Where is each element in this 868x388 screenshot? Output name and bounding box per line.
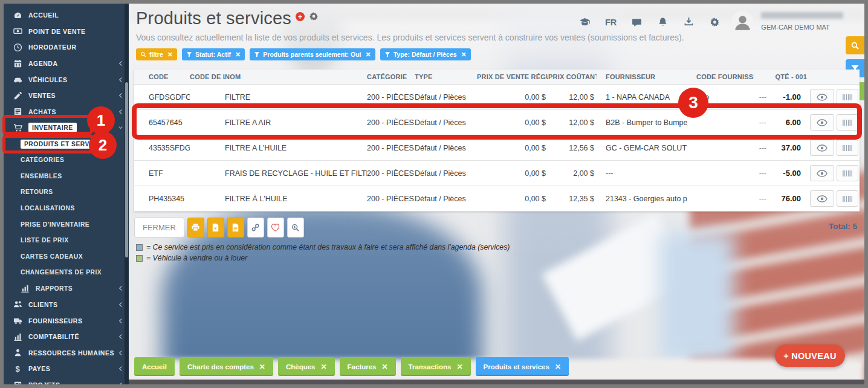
remove-filter-icon[interactable]: ✕: [461, 51, 467, 59]
sidebar-item-fournisseurs[interactable]: FOURNISSEURS: [4, 312, 129, 329]
cell-qty: 37.00: [772, 143, 809, 152]
filter-chip-statut-actif[interactable]: Statut: Actif✕: [182, 48, 245, 60]
sidebar-item-produits-et-services[interactable]: PRODUITS ET SERVICES: [4, 136, 129, 152]
barcode-button[interactable]: [837, 165, 858, 181]
close-button[interactable]: FERMER: [134, 218, 184, 238]
sidebar-item-rapports[interactable]: RAPPORTS: [4, 280, 129, 297]
sidebar-item-point-de-vente[interactable]: POINT DE VENTE: [4, 24, 129, 40]
export-pdf-button[interactable]: [227, 218, 244, 238]
export-excel-button[interactable]: x: [207, 218, 224, 238]
barcode-button[interactable]: [837, 89, 858, 105]
sidebar-item-ressources-humaines[interactable]: RESSOURCES HUMAINES: [4, 344, 129, 361]
sidebar-item-payes[interactable]: $PAYES: [4, 361, 129, 377]
notifications-icon[interactable]: [657, 17, 669, 27]
messages-icon[interactable]: [631, 17, 643, 27]
add-product-icon[interactable]: +: [296, 12, 305, 21]
sidebar-item-liste-de-prix[interactable]: LISTE DE PRIX: [4, 232, 129, 248]
scrollbar-thumb[interactable]: [125, 82, 128, 257]
sidebar-item-v-hicules[interactable]: VÉHICULES: [4, 71, 129, 88]
sidebar-item-prise-d-inventaire[interactable]: PRISE D'INVENTAIRE: [4, 216, 129, 233]
close-tab-icon[interactable]: ✕: [321, 363, 327, 371]
remove-filter-icon[interactable]: ✕: [366, 51, 371, 59]
sidebar-item-label: PAYES: [28, 365, 50, 372]
sidebar-item-clients[interactable]: CLIENTS: [4, 297, 129, 313]
settings-icon[interactable]: [709, 17, 721, 27]
view-button[interactable]: [810, 140, 834, 156]
tab-transactions[interactable]: Transactions✕: [401, 357, 471, 376]
tab-ch-ques[interactable]: Chèques✕: [278, 357, 335, 376]
page-settings-icon[interactable]: [309, 11, 319, 24]
filter-chip-label: filtre: [149, 51, 163, 58]
svg-text:$: $: [16, 364, 21, 373]
view-button[interactable]: [810, 190, 834, 207]
remove-filter-icon[interactable]: ✕: [167, 51, 173, 59]
user-name-redacted: [761, 12, 843, 19]
tab-produits-et-services[interactable]: Produits et services✕: [476, 357, 569, 376]
sidebar-item-agenda[interactable]: AGENDA: [4, 56, 129, 72]
print-button[interactable]: [187, 218, 204, 238]
table-row-gfdsgdfg[interactable]: GFDSGDFGFILTRE200 - PIÈCESDéfaut / Pièce…: [134, 85, 860, 110]
training-icon[interactable]: [579, 17, 591, 27]
new-button[interactable]: + NOUVEAU: [775, 344, 845, 367]
language-label[interactable]: FR: [605, 18, 617, 27]
sidebar-item-cat-gories[interactable]: CATÉGORIES: [4, 152, 129, 168]
close-tab-icon[interactable]: ✕: [555, 363, 561, 371]
funnel-icon: [186, 51, 192, 57]
sidebar-item-label: CLIENTS: [28, 301, 57, 308]
tab-label: Factures: [348, 363, 377, 370]
cell-dash: ---: [754, 195, 772, 203]
search-edge-button[interactable]: [846, 36, 864, 54]
sidebar-item-ventes[interactable]: VENTES: [4, 88, 129, 104]
view-button[interactable]: [810, 165, 834, 181]
cell-cost-price: 12,56 $: [548, 144, 597, 152]
close-tab-icon[interactable]: ✕: [382, 363, 388, 371]
sidebar-item-accueil[interactable]: ACCUEIL: [4, 7, 129, 24]
sidebar-item-achats[interactable]: ACHATS: [4, 104, 129, 120]
sidebar-scrollbar[interactable]: [125, 4, 129, 384]
sidebar-item-inventaire[interactable]: INVENTAIRE: [4, 120, 129, 136]
cell-regular-price: 0,00 $: [477, 118, 548, 127]
tab-accueil[interactable]: Accueil: [134, 357, 175, 376]
barcode-button[interactable]: [837, 190, 858, 207]
table-row-43535sfdgs[interactable]: 43535SFDGSFILTRE A L'HUILE200 - PIÈCESDé…: [134, 135, 860, 161]
column-header: TYPE: [415, 73, 477, 80]
table-row-65457645[interactable]: 65457645FILTRE A AIR200 - PIÈCESDéfaut /…: [134, 110, 860, 135]
tab-charte-des-comptes[interactable]: Charte des comptes✕: [180, 357, 273, 376]
main-area: FR GEM-CAR DEMO MAT Produits et services…: [129, 4, 864, 384]
filter-chip-type-d-faut-pi-ces[interactable]: Type: Défaut / Pièces✕: [380, 48, 471, 60]
sidebar-item-changements-de-prix[interactable]: CHANGEMENTS DE PRIX: [4, 265, 129, 281]
cell-name: FILTRE: [225, 93, 367, 102]
invoice-icon: [13, 107, 23, 116]
sidebar-item-horodateur[interactable]: HORODATEUR: [4, 39, 129, 56]
sidebar-item-projets[interactable]: PROJETS: [4, 377, 129, 384]
table-row-etf[interactable]: ETFFRAIS DE RECYCLAGE - HUILE ET FILTRE2…: [134, 161, 860, 186]
sidebar-item-comptabilit[interactable]: COMPTABILITÉ: [4, 329, 129, 345]
link-button[interactable]: [247, 218, 264, 238]
sidebar-item-localisations[interactable]: LOCALISATIONS: [4, 200, 129, 216]
table-header-row: CODECODE DE LIGNENOMCATÉGORIETYPEPRIX DE…: [134, 70, 860, 85]
legend: = Ce service est pris en considération c…: [136, 242, 510, 264]
remove-filter-icon[interactable]: ✕: [235, 51, 241, 59]
close-tab-icon[interactable]: ✕: [259, 363, 265, 371]
table-row-ph435345[interactable]: PH435345FILTRE À L'HUILE200 - PIÈCESDéfa…: [134, 186, 860, 212]
sidebar-item-ensembles[interactable]: ENSEMBLES: [4, 168, 129, 184]
zoom-in-button[interactable]: [287, 218, 304, 238]
cell-cost-price: 2,00 $: [548, 169, 597, 178]
user-avatar[interactable]: [731, 11, 754, 33]
zoom-in-icon: [291, 223, 300, 232]
view-button[interactable]: [810, 114, 834, 131]
filter-chip-produits-parents-seulement-oui[interactable]: Produits parents seulement: Oui✕: [250, 48, 375, 60]
favorite-button[interactable]: [267, 218, 284, 238]
barcode-button[interactable]: [837, 140, 858, 156]
filter-chip-filtre[interactable]: filtre✕: [136, 48, 177, 60]
view-button[interactable]: [810, 89, 834, 105]
sidebar-item-retours[interactable]: RETOURS: [4, 184, 129, 201]
tab-factures[interactable]: Factures✕: [340, 357, 396, 376]
close-tab-icon[interactable]: ✕: [457, 363, 463, 371]
cell-category: 200 - PIÈCES: [367, 118, 415, 127]
downloads-icon[interactable]: [683, 17, 695, 27]
sidebar-item-cartes-cadeaux[interactable]: CARTES CADEAUX: [4, 248, 129, 265]
barcode-button[interactable]: [837, 114, 858, 131]
column-header: PRIX DE VENTE RÉGULIER: [477, 73, 548, 80]
sidebar-item-label: CATÉGORIES: [21, 157, 64, 163]
